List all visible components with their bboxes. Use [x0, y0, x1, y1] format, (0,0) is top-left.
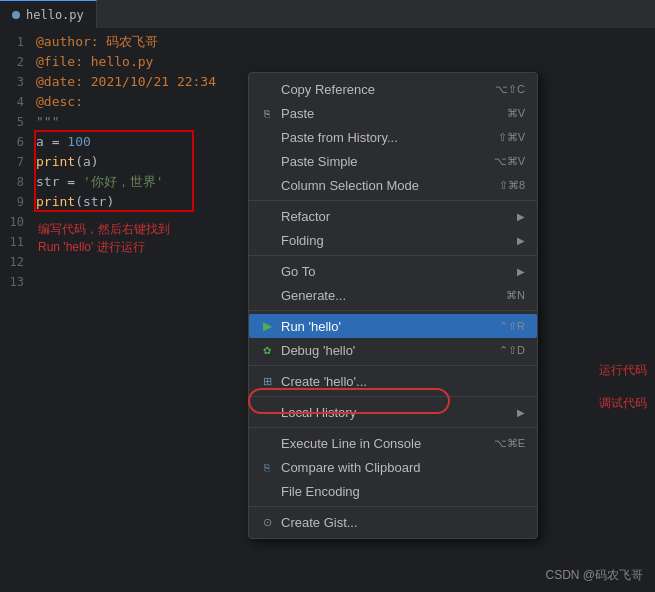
menu-item-compare-clipboard[interactable]: ⎘ Compare with Clipboard: [249, 455, 537, 479]
tab-label: hello.py: [26, 8, 84, 22]
menu-item-create-gist[interactable]: ⊙ Create Gist...: [249, 510, 537, 534]
menu-item-paste-history[interactable]: Paste from History... ⇧⌘V: [249, 125, 537, 149]
generate-shortcut: ⌘N: [506, 289, 525, 302]
column-selection-icon: [259, 177, 275, 193]
separator-7: [249, 506, 537, 507]
separator-6: [249, 427, 537, 428]
copy-reference-icon: [259, 81, 275, 97]
menu-item-file-encoding[interactable]: File Encoding: [249, 479, 537, 503]
local-history-label: Local History: [281, 405, 356, 420]
separator-3: [249, 310, 537, 311]
paste-history-label: Paste from History...: [281, 130, 398, 145]
refactor-icon: [259, 208, 275, 224]
menu-item-execute-line[interactable]: Execute Line in Console ⌥⌘E: [249, 431, 537, 455]
context-menu: Copy Reference ⌥⇧C ⎘ Paste ⌘V Paste from…: [248, 72, 538, 539]
folding-arrow: ▶: [517, 235, 525, 246]
tab-dot: [12, 11, 20, 19]
menu-item-generate[interactable]: Generate... ⌘N: [249, 283, 537, 307]
execute-line-icon: [259, 435, 275, 451]
menu-item-paste[interactable]: ⎘ Paste ⌘V: [249, 101, 537, 125]
menu-item-run[interactable]: ▶ Run 'hello' ⌃⇧R: [249, 314, 537, 338]
paste-label: Paste: [281, 106, 314, 121]
goto-arrow: ▶: [517, 266, 525, 277]
separator-5: [249, 396, 537, 397]
tab-bar: hello.py: [0, 0, 655, 28]
debug-label: Debug 'hello': [281, 343, 355, 358]
watermark: CSDN @码农飞哥: [545, 567, 643, 584]
paste-simple-label: Paste Simple: [281, 154, 358, 169]
code-line-2: @author: 码农飞哥: [36, 32, 655, 52]
menu-item-refactor[interactable]: Refactor ▶: [249, 204, 537, 228]
paste-shortcut: ⌘V: [507, 107, 525, 120]
debug-icon: ✿: [259, 342, 275, 358]
folding-label: Folding: [281, 233, 324, 248]
generate-icon: [259, 287, 275, 303]
separator-1: [249, 200, 537, 201]
debug-annotation: 调试代码: [599, 395, 647, 412]
execute-line-shortcut: ⌥⌘E: [494, 437, 525, 450]
file-encoding-icon: [259, 483, 275, 499]
run-annotation: 运行代码: [599, 362, 647, 379]
menu-item-debug[interactable]: ✿ Debug 'hello' ⌃⇧D: [249, 338, 537, 362]
paste-icon: ⎘: [259, 105, 275, 121]
gist-icon: ⊙: [259, 514, 275, 530]
goto-icon: [259, 263, 275, 279]
run-icon: ▶: [259, 318, 275, 334]
paste-history-shortcut: ⇧⌘V: [498, 131, 525, 144]
column-selection-label: Column Selection Mode: [281, 178, 419, 193]
file-encoding-label: File Encoding: [281, 484, 360, 499]
folding-icon: [259, 232, 275, 248]
column-selection-shortcut: ⇧⌘8: [499, 179, 525, 192]
copy-reference-label: Copy Reference: [281, 82, 375, 97]
refactor-arrow: ▶: [517, 211, 525, 222]
paste-simple-shortcut: ⌥⌘V: [494, 155, 525, 168]
menu-item-column-selection[interactable]: Column Selection Mode ⇧⌘8: [249, 173, 537, 197]
menu-item-create[interactable]: ⊞ Create 'hello'...: [249, 369, 537, 393]
editor: hello.py 1 2 3 4 5 6 7 8 9 10 11 12 13 @…: [0, 0, 655, 592]
local-history-icon: [259, 404, 275, 420]
generate-label: Generate...: [281, 288, 346, 303]
separator-2: [249, 255, 537, 256]
menu-item-copy-reference[interactable]: Copy Reference ⌥⇧C: [249, 77, 537, 101]
code-line-3: @file: hello.py: [36, 52, 655, 72]
compare-label: Compare with Clipboard: [281, 460, 420, 475]
local-history-arrow: ▶: [517, 407, 525, 418]
menu-item-local-history[interactable]: Local History ▶: [249, 400, 537, 424]
debug-shortcut: ⌃⇧D: [499, 344, 525, 357]
menu-item-paste-simple[interactable]: Paste Simple ⌥⌘V: [249, 149, 537, 173]
menu-item-goto[interactable]: Go To ▶: [249, 259, 537, 283]
paste-simple-icon: [259, 153, 275, 169]
goto-label: Go To: [281, 264, 315, 279]
tab-hello-py[interactable]: hello.py: [0, 0, 97, 28]
create-label: Create 'hello'...: [281, 374, 367, 389]
annotation-text: 编写代码，然后右键找到Run 'hello' 进行运行: [38, 220, 198, 256]
compare-icon: ⎘: [259, 459, 275, 475]
separator-4: [249, 365, 537, 366]
copy-reference-shortcut: ⌥⇧C: [495, 83, 525, 96]
run-shortcut: ⌃⇧R: [499, 320, 525, 333]
create-gist-label: Create Gist...: [281, 515, 358, 530]
refactor-label: Refactor: [281, 209, 330, 224]
paste-history-icon: [259, 129, 275, 145]
menu-item-folding[interactable]: Folding ▶: [249, 228, 537, 252]
run-label: Run 'hello': [281, 319, 341, 334]
line-numbers: 1 2 3 4 5 6 7 8 9 10 11 12 13: [0, 32, 32, 292]
create-icon: ⊞: [259, 373, 275, 389]
execute-line-label: Execute Line in Console: [281, 436, 421, 451]
